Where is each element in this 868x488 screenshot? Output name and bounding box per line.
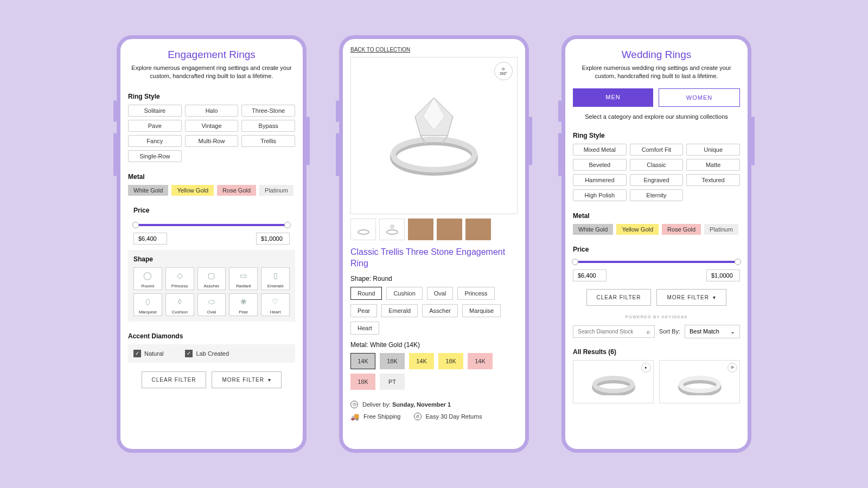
shape-option[interactable]: Round <box>350 287 382 300</box>
style-chip[interactable]: Textured <box>686 174 740 186</box>
thumb-4[interactable] <box>437 219 462 240</box>
style-chip[interactable]: Trellis <box>241 135 295 147</box>
metal-swatch[interactable]: PT <box>380 374 405 390</box>
ring-style-label: Ring Style <box>573 132 740 139</box>
style-chip[interactable]: Fancy <box>128 135 182 147</box>
delivery-info: ◷ Deliver by: Sunday, November 1 <box>350 401 518 408</box>
shape-option[interactable]: Oval <box>427 287 454 300</box>
return-icon: ↺ <box>414 413 422 420</box>
price-min-input[interactable]: $6,400 <box>573 269 607 281</box>
shipping-info: 🚚 Free Shipping <box>350 413 401 421</box>
shape-option[interactable]: Pear <box>350 304 377 317</box>
shape-option[interactable]: Emerald <box>381 304 418 317</box>
chevron-down-icon: ⌄ <box>730 328 735 335</box>
style-chip[interactable]: Unique <box>686 144 740 156</box>
wedding-panel: Wedding Rings Explore numerous wedding r… <box>561 35 751 453</box>
thumb-3[interactable] <box>408 219 433 240</box>
style-chip[interactable]: Mixed Metal <box>573 144 627 156</box>
shape-heart[interactable]: ♡Heart <box>261 293 290 316</box>
shape-princess[interactable]: ◇Princess <box>165 267 194 290</box>
shape-marquise[interactable]: ⬯Marquise <box>133 293 162 316</box>
clear-filter-button[interactable]: CLEAR FILTER <box>586 289 652 306</box>
metal-swatch[interactable]: 14K <box>468 353 493 369</box>
style-chip[interactable]: Vintage <box>185 120 239 132</box>
ring-icon <box>589 368 638 395</box>
metal-rose-gold[interactable]: Rose Gold <box>217 185 256 196</box>
checkbox-lab-created[interactable]: ✓Lab Created <box>185 350 229 357</box>
metal-label: Metal <box>128 173 295 181</box>
metal-yellow-gold[interactable]: Yellow Gold <box>616 224 659 235</box>
metal-attr-label: Metal: White Gold (14K) <box>350 341 518 349</box>
style-chip[interactable]: Single-Row <box>128 150 182 162</box>
shape-emerald[interactable]: ▯Emerald <box>261 267 290 290</box>
shape-option[interactable]: Princess <box>457 287 494 300</box>
metal-platinum[interactable]: Platinum <box>259 185 293 196</box>
metal-rose-gold[interactable]: Rose Gold <box>662 224 701 235</box>
shape-round[interactable]: ◯Round <box>133 267 162 290</box>
metal-platinum[interactable]: Platinum <box>704 224 738 235</box>
style-chip[interactable]: Bypass <box>241 120 295 132</box>
style-chip[interactable]: Hammered <box>573 174 627 186</box>
product-image: ⟳360° <box>350 57 518 214</box>
price-slider[interactable] <box>573 261 740 263</box>
checkbox-natural[interactable]: ✓Natural <box>133 350 163 357</box>
thumb-1[interactable] <box>350 219 376 240</box>
style-chip[interactable]: Eternity <box>630 189 684 201</box>
shape-oval[interactable]: ⬭Oval <box>197 293 226 316</box>
style-chip[interactable]: Pave <box>128 120 182 132</box>
metal-swatch[interactable]: 18K <box>380 353 405 369</box>
back-to-collection-link[interactable]: BACK TO COLLECTION <box>350 47 518 53</box>
sort-select[interactable]: Best Match ⌄ <box>685 325 740 338</box>
style-chip[interactable]: Classic <box>630 159 684 171</box>
truck-icon: 🚚 <box>350 413 359 421</box>
more-filter-button[interactable]: MORE FILTER ▾ <box>212 371 282 388</box>
shape-label: Shape <box>133 255 290 263</box>
segment-men[interactable]: MEN <box>573 88 653 107</box>
more-filter-button[interactable]: MORE FILTER ▾ <box>656 289 726 306</box>
metal-white-gold[interactable]: White Gold <box>128 185 168 196</box>
clear-filter-button[interactable]: CLEAR FILTER <box>142 371 207 388</box>
shape-option[interactable]: Marquise <box>462 304 501 317</box>
price-slider[interactable] <box>133 224 290 226</box>
price-label: Price <box>128 207 295 214</box>
result-card[interactable]: ▸ <box>573 360 654 403</box>
metal-swatch[interactable]: 14K <box>409 353 434 369</box>
price-min-input[interactable]: $6,400 <box>133 233 167 245</box>
style-chip[interactable]: Solitaire <box>128 105 182 117</box>
ring-icon <box>380 87 488 184</box>
clock-icon: ◷ <box>350 401 358 408</box>
style-chip[interactable]: Halo <box>185 105 239 117</box>
page-subtitle: Explore numerous wedding ring settings a… <box>573 64 740 81</box>
price-max-input[interactable]: $1,0000 <box>706 269 740 281</box>
product-title: Classic Trellis Three Stone Engagement R… <box>350 247 518 269</box>
segment-women[interactable]: WOMEN <box>659 88 740 107</box>
shape-pear[interactable]: ❀Pear <box>229 293 258 316</box>
style-chip[interactable]: High Polish <box>573 189 627 201</box>
page-title: Engagement Rings <box>128 49 295 61</box>
thumb-5[interactable] <box>465 219 491 240</box>
style-chip[interactable]: Matte <box>686 159 740 171</box>
price-label: Price <box>573 246 740 253</box>
shape-option[interactable]: Heart <box>350 322 379 335</box>
metal-swatch[interactable]: 18K <box>438 353 463 369</box>
price-max-input[interactable]: $1,0000 <box>256 233 290 245</box>
thumb-2[interactable] <box>379 219 405 240</box>
svg-point-6 <box>358 230 369 234</box>
shape-asscher[interactable]: ▢Asscher <box>197 267 226 290</box>
360-badge[interactable]: ⟳360° <box>494 62 513 80</box>
search-input[interactable]: Search Diamond Stock ⌕ <box>573 325 655 338</box>
metal-yellow-gold[interactable]: Yellow Gold <box>171 185 214 196</box>
metal-swatch[interactable]: 14K <box>350 353 375 369</box>
style-chip[interactable]: Engraved <box>630 174 684 186</box>
result-card[interactable]: ⟳ <box>659 360 740 403</box>
style-chip[interactable]: Comfort Fit <box>630 144 684 156</box>
metal-swatch[interactable]: 18K <box>350 374 375 390</box>
metal-white-gold[interactable]: White Gold <box>573 224 613 235</box>
style-chip[interactable]: Multi-Row <box>185 135 239 147</box>
shape-option[interactable]: Asscher <box>422 304 458 317</box>
style-chip[interactable]: Beveled <box>573 159 627 171</box>
style-chip[interactable]: Three-Stone <box>241 105 295 117</box>
shape-option[interactable]: Cushion <box>386 287 422 300</box>
shape-radiant[interactable]: ▭Radiant <box>229 267 258 290</box>
shape-cushion[interactable]: ◊Cushion <box>165 293 194 316</box>
